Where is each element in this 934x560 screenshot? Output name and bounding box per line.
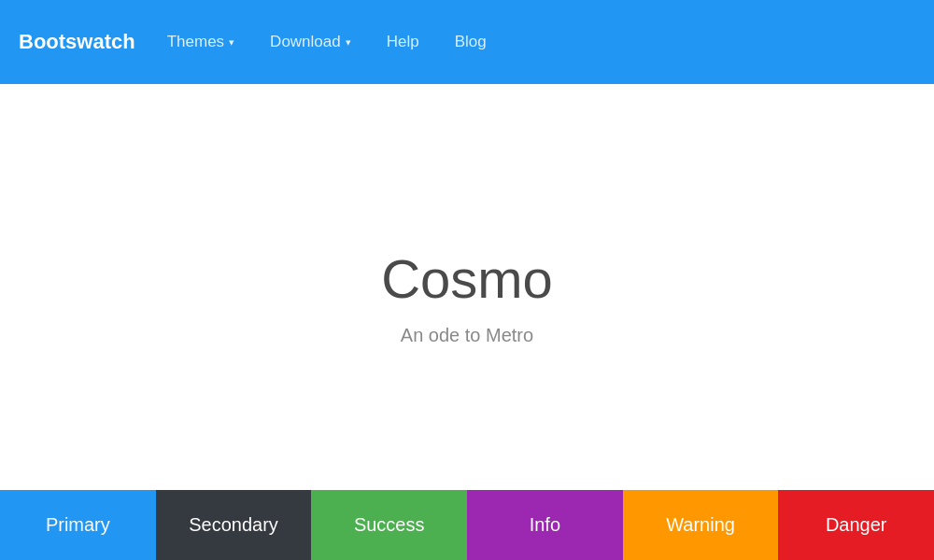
nav-item-download[interactable]: Download ▾: [257, 25, 364, 59]
nav-label-download: Download: [270, 33, 341, 51]
nav-item-blog[interactable]: Blog: [442, 25, 500, 59]
hero-subtitle: An ode to Metro: [401, 325, 533, 346]
button-row: Primary Secondary Success Info Warning D…: [0, 490, 934, 560]
chevron-down-icon: ▾: [346, 36, 351, 49]
btn-danger[interactable]: Danger: [778, 490, 934, 560]
nav-item-help[interactable]: Help: [374, 25, 432, 59]
nav-label-blog: Blog: [455, 33, 487, 51]
chevron-down-icon: ▾: [229, 36, 234, 49]
main-content: Cosmo An ode to Metro: [0, 84, 934, 490]
nav-label-themes: Themes: [167, 33, 224, 51]
btn-primary[interactable]: Primary: [0, 490, 156, 560]
nav-label-help: Help: [387, 33, 419, 51]
nav-item-themes[interactable]: Themes ▾: [154, 25, 248, 59]
btn-success[interactable]: Success: [311, 490, 467, 560]
btn-warning[interactable]: Warning: [623, 490, 779, 560]
navbar-brand[interactable]: Bootswatch: [19, 30, 135, 54]
hero-title: Cosmo: [381, 247, 553, 310]
btn-secondary[interactable]: Secondary: [156, 490, 312, 560]
navbar: Bootswatch Themes ▾ Download ▾ Help Blog: [0, 0, 934, 84]
btn-info[interactable]: Info: [467, 490, 623, 560]
